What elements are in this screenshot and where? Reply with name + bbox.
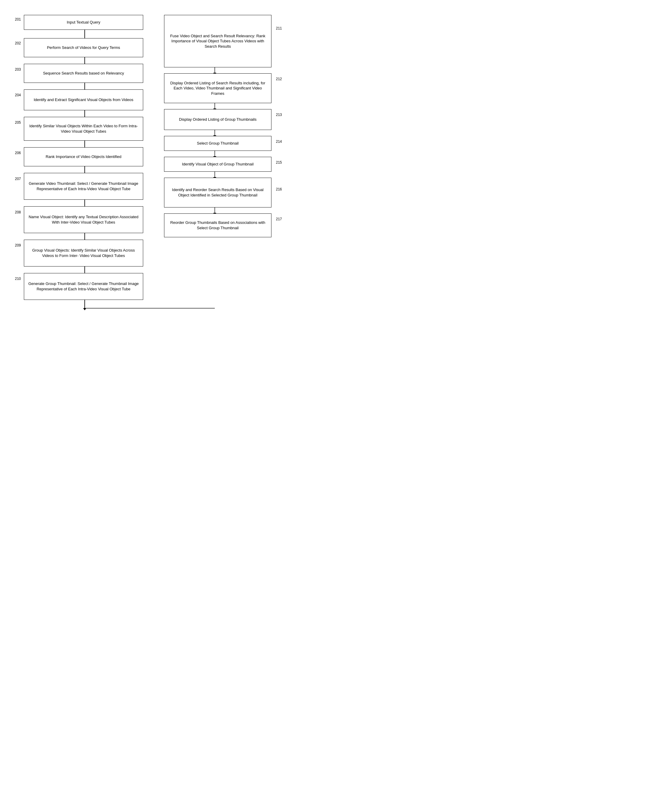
label-216: 216 [276, 187, 282, 191]
box-202: Perform Search of Videos for Query Terms [24, 38, 143, 57]
box-207: Generate Video Thumbnail: Select / Gener… [24, 173, 143, 200]
box-206: Rank Importance of Video Objects Identif… [24, 147, 143, 166]
box-203: Sequence Search Results based on Relevan… [24, 64, 143, 83]
label-212: 212 [276, 77, 282, 81]
box-205: Identify Similar Visual Objects Within E… [24, 117, 143, 141]
label-211: 211 [276, 26, 282, 31]
box-215: Identify Visual Object of Group Thumbnai… [164, 157, 271, 172]
box-211: Fuse Video Object and Search Result Rele… [164, 15, 271, 67]
label-205: 205 [15, 121, 21, 125]
label-209: 209 [15, 243, 21, 247]
box-212: Display Ordered Listing of Search Result… [164, 73, 271, 103]
label-210: 210 [15, 276, 21, 281]
box-210: Generate Group Thumbnail: Select / Gener… [24, 273, 143, 300]
label-201: 201 [15, 17, 21, 21]
box-214: Select Group Thumbnail [164, 136, 271, 151]
box-216: Identify and Reorder Search Results Base… [164, 178, 271, 208]
box-208: Name Visual Object: Identify any Textual… [24, 206, 143, 233]
label-207: 207 [15, 177, 21, 181]
label-208: 208 [15, 210, 21, 214]
box-201: Input Textual Query [24, 15, 143, 30]
label-213: 213 [276, 113, 282, 117]
arrow-210-down [83, 300, 86, 310]
flowchart-diagram: 201 Input Textual Query 202 Perform Sear… [6, 9, 292, 367]
label-215: 215 [276, 160, 282, 165]
label-202: 202 [15, 41, 21, 45]
box-209: Group Visual Objects: Identify Similar V… [24, 240, 143, 267]
label-214: 214 [276, 139, 282, 143]
box-204: Identify and Extract Significant Visual … [24, 89, 143, 110]
label-204: 204 [15, 93, 21, 97]
label-203: 203 [15, 67, 21, 72]
box-217: Reorder Group Thumbnails Based on Associ… [164, 214, 271, 237]
label-206: 206 [15, 151, 21, 155]
box-213: Display Ordered Listing of Group Thumbna… [164, 109, 271, 130]
label-217: 217 [276, 217, 282, 221]
